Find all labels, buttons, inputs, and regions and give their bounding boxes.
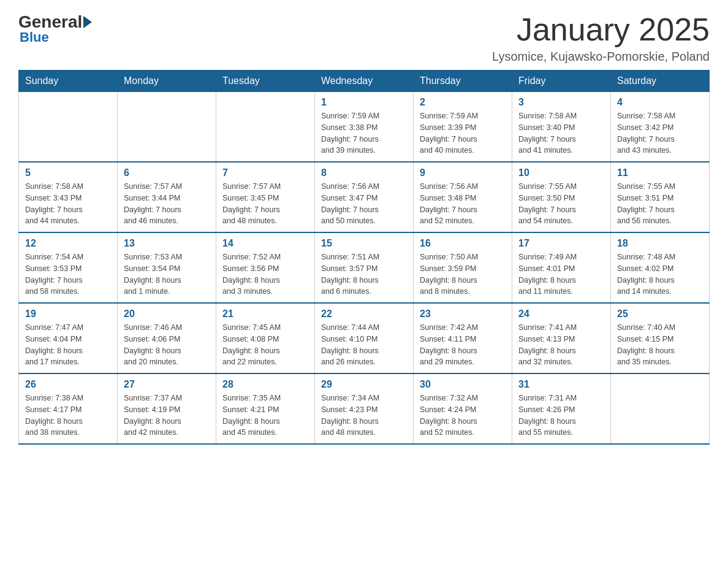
day-number: 17 [518,238,604,249]
day-of-week-header: Wednesday [315,71,414,92]
calendar-day-cell: 12Sunrise: 7:54 AMSunset: 3:53 PMDayligh… [19,232,118,303]
day-info: Sunrise: 7:58 AMSunset: 3:43 PMDaylight:… [25,181,111,227]
day-info: Sunrise: 7:55 AMSunset: 3:50 PMDaylight:… [518,181,604,227]
day-number: 4 [617,97,703,108]
day-of-week-header: Sunday [19,71,118,92]
day-info: Sunrise: 7:59 AMSunset: 3:38 PMDaylight:… [321,110,407,156]
day-info: Sunrise: 7:57 AMSunset: 3:44 PMDaylight:… [124,181,210,227]
calendar-week-row: 5Sunrise: 7:58 AMSunset: 3:43 PMDaylight… [19,162,710,232]
calendar-day-cell: 6Sunrise: 7:57 AMSunset: 3:44 PMDaylight… [118,162,216,232]
day-number: 14 [222,238,308,249]
calendar-day-cell [216,92,315,163]
day-info: Sunrise: 7:59 AMSunset: 3:39 PMDaylight:… [420,110,506,156]
day-number: 23 [420,308,506,320]
logo: General Blue [18,12,92,45]
calendar-day-cell: 16Sunrise: 7:50 AMSunset: 3:59 PMDayligh… [414,232,512,303]
day-number: 9 [420,167,506,178]
day-info: Sunrise: 7:52 AMSunset: 3:56 PMDaylight:… [222,251,308,297]
day-number: 1 [321,97,407,108]
day-number: 7 [222,167,308,178]
calendar-day-cell: 13Sunrise: 7:53 AMSunset: 3:54 PMDayligh… [118,232,216,303]
day-info: Sunrise: 7:58 AMSunset: 3:42 PMDaylight:… [617,110,703,156]
day-number: 19 [25,308,111,320]
calendar-week-row: 1Sunrise: 7:59 AMSunset: 3:38 PMDaylight… [19,92,710,163]
day-number: 28 [222,379,308,390]
calendar-day-cell: 15Sunrise: 7:51 AMSunset: 3:57 PMDayligh… [315,232,414,303]
day-info: Sunrise: 7:50 AMSunset: 3:59 PMDaylight:… [420,251,506,297]
day-number: 20 [124,308,210,320]
day-of-week-header: Thursday [414,71,512,92]
calendar-day-cell: 1Sunrise: 7:59 AMSunset: 3:38 PMDaylight… [315,92,414,163]
calendar-day-cell: 27Sunrise: 7:37 AMSunset: 4:19 PMDayligh… [118,373,216,444]
logo-blue-text: Blue [20,29,49,45]
day-info: Sunrise: 7:38 AMSunset: 4:17 PMDaylight:… [25,393,111,439]
calendar-day-cell: 14Sunrise: 7:52 AMSunset: 3:56 PMDayligh… [216,232,315,303]
day-number: 30 [420,379,506,390]
day-info: Sunrise: 7:53 AMSunset: 3:54 PMDaylight:… [124,251,210,297]
calendar-body: 1Sunrise: 7:59 AMSunset: 3:38 PMDaylight… [19,92,710,445]
calendar-day-cell: 29Sunrise: 7:34 AMSunset: 4:23 PMDayligh… [315,373,414,444]
title-section: January 2025 Lysomice, Kujawsko-Pomorski… [492,12,710,64]
day-number: 3 [518,97,604,108]
day-number: 6 [124,167,210,178]
day-number: 21 [222,308,308,320]
day-info: Sunrise: 7:34 AMSunset: 4:23 PMDaylight:… [321,393,407,439]
day-number: 24 [518,308,604,320]
day-number: 31 [518,379,604,390]
calendar-day-cell: 9Sunrise: 7:56 AMSunset: 3:48 PMDaylight… [414,162,512,232]
day-info: Sunrise: 7:32 AMSunset: 4:24 PMDaylight:… [420,393,506,439]
day-of-week-header: Friday [512,71,611,92]
day-info: Sunrise: 7:45 AMSunset: 4:08 PMDaylight:… [222,322,308,368]
day-number: 18 [617,238,703,249]
day-info: Sunrise: 7:58 AMSunset: 3:40 PMDaylight:… [518,110,604,156]
day-number: 25 [617,308,703,320]
day-number: 8 [321,167,407,178]
calendar-day-cell: 22Sunrise: 7:44 AMSunset: 4:10 PMDayligh… [315,303,414,373]
calendar-day-cell: 19Sunrise: 7:47 AMSunset: 4:04 PMDayligh… [19,303,118,373]
calendar-day-cell: 8Sunrise: 7:56 AMSunset: 3:47 PMDaylight… [315,162,414,232]
day-info: Sunrise: 7:56 AMSunset: 3:47 PMDaylight:… [321,181,407,227]
day-of-week-header: Saturday [611,71,710,92]
calendar-day-cell: 24Sunrise: 7:41 AMSunset: 4:13 PMDayligh… [512,303,611,373]
day-info: Sunrise: 7:57 AMSunset: 3:45 PMDaylight:… [222,181,308,227]
day-header-row: SundayMondayTuesdayWednesdayThursdayFrid… [19,71,710,92]
day-number: 5 [25,167,111,178]
calendar-day-cell: 3Sunrise: 7:58 AMSunset: 3:40 PMDaylight… [512,92,611,163]
calendar-day-cell [118,92,216,163]
day-info: Sunrise: 7:42 AMSunset: 4:11 PMDaylight:… [420,322,506,368]
calendar-day-cell: 17Sunrise: 7:49 AMSunset: 4:01 PMDayligh… [512,232,611,303]
day-of-week-header: Tuesday [216,71,315,92]
day-info: Sunrise: 7:46 AMSunset: 4:06 PMDaylight:… [124,322,210,368]
day-number: 22 [321,308,407,320]
calendar-header: SundayMondayTuesdayWednesdayThursdayFrid… [19,71,710,92]
day-number: 10 [518,167,604,178]
calendar-week-row: 12Sunrise: 7:54 AMSunset: 3:53 PMDayligh… [19,232,710,303]
calendar-day-cell [611,373,710,444]
calendar-day-cell: 21Sunrise: 7:45 AMSunset: 4:08 PMDayligh… [216,303,315,373]
day-number: 15 [321,238,407,249]
calendar-day-cell: 7Sunrise: 7:57 AMSunset: 3:45 PMDaylight… [216,162,315,232]
day-info: Sunrise: 7:47 AMSunset: 4:04 PMDaylight:… [25,322,111,368]
calendar-day-cell: 25Sunrise: 7:40 AMSunset: 4:15 PMDayligh… [611,303,710,373]
day-number: 12 [25,238,111,249]
day-number: 2 [420,97,506,108]
calendar-day-cell: 30Sunrise: 7:32 AMSunset: 4:24 PMDayligh… [414,373,512,444]
calendar-week-row: 26Sunrise: 7:38 AMSunset: 4:17 PMDayligh… [19,373,710,444]
calendar-day-cell: 23Sunrise: 7:42 AMSunset: 4:11 PMDayligh… [414,303,512,373]
calendar-day-cell: 20Sunrise: 7:46 AMSunset: 4:06 PMDayligh… [118,303,216,373]
day-info: Sunrise: 7:41 AMSunset: 4:13 PMDaylight:… [518,322,604,368]
day-info: Sunrise: 7:49 AMSunset: 4:01 PMDaylight:… [518,251,604,297]
day-number: 26 [25,379,111,390]
calendar-day-cell: 4Sunrise: 7:58 AMSunset: 3:42 PMDaylight… [611,92,710,163]
calendar-day-cell: 18Sunrise: 7:48 AMSunset: 4:02 PMDayligh… [611,232,710,303]
day-info: Sunrise: 7:35 AMSunset: 4:21 PMDaylight:… [222,393,308,439]
calendar-day-cell: 10Sunrise: 7:55 AMSunset: 3:50 PMDayligh… [512,162,611,232]
day-info: Sunrise: 7:54 AMSunset: 3:53 PMDaylight:… [25,251,111,297]
day-info: Sunrise: 7:51 AMSunset: 3:57 PMDaylight:… [321,251,407,297]
day-info: Sunrise: 7:37 AMSunset: 4:19 PMDaylight:… [124,393,210,439]
day-number: 11 [617,167,703,178]
calendar-day-cell: 5Sunrise: 7:58 AMSunset: 3:43 PMDaylight… [19,162,118,232]
logo-arrow-icon [83,16,92,28]
day-info: Sunrise: 7:40 AMSunset: 4:15 PMDaylight:… [617,322,703,368]
calendar-day-cell: 2Sunrise: 7:59 AMSunset: 3:39 PMDaylight… [414,92,512,163]
